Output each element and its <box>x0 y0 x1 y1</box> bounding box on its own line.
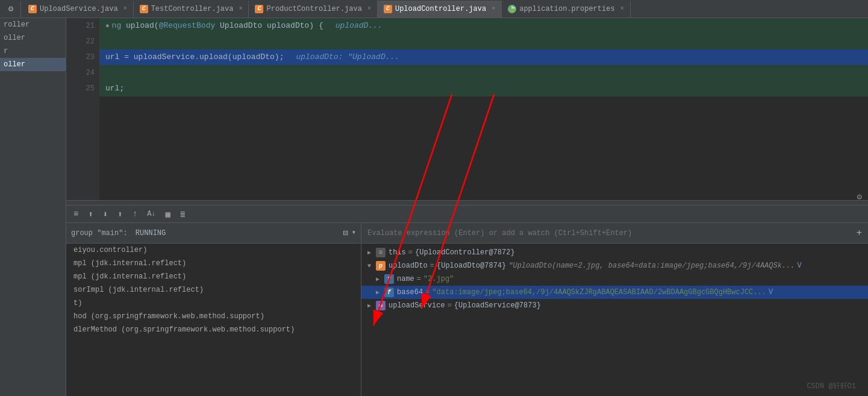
badge-name: f <box>384 274 394 284</box>
expand-icon-uploaddto[interactable]: ▼ <box>367 263 376 269</box>
debug-callstack-item-1[interactable]: eiyou.controller) <box>66 244 361 257</box>
tab-close-product-controller[interactable]: × <box>367 5 371 12</box>
tab-close-test-controller[interactable]: × <box>239 5 242 12</box>
line-numbers: 21 22 23 24 25 <box>66 18 99 200</box>
debug-callstack-list[interactable]: eiyou.controller) mpl (jdk.internal.refl… <box>66 244 361 396</box>
toolbar-btn-menu[interactable]: ≡ <box>71 208 81 220</box>
editor-container: ▲ 1 ▲ 1 ∧ 21 22 23 24 25 <box>66 18 868 396</box>
dropdown-icon[interactable]: ▾ <box>352 228 356 238</box>
sidebar-item-2[interactable]: oller <box>0 31 66 45</box>
toolbar-btn-arrow-up[interactable]: ↑ <box>130 208 140 220</box>
eval-bar: + <box>361 223 868 244</box>
var-v-base64[interactable]: V <box>769 288 773 297</box>
eval-input[interactable] <box>367 229 851 237</box>
tab-application-properties[interactable]: 🍃 application.properties × <box>502 1 630 17</box>
gear-icon-bottom[interactable]: ⚙ <box>857 192 862 202</box>
tab-label-application-properties: application.properties <box>519 5 614 13</box>
var-item-name[interactable]: ▶ f name = "2.jpg" <box>361 272 868 286</box>
sidebar: roller oller r oller <box>0 18 66 396</box>
expand-icon-name[interactable]: ▶ <box>376 275 384 283</box>
var-value-name: "2.jpg" <box>423 275 454 283</box>
code-content[interactable]: ● ng upload( @RequestBody UploadDto uplo… <box>99 18 868 200</box>
tab-close-upload-controller[interactable]: × <box>492 5 495 12</box>
toolbar-btn-sort[interactable]: A↓ <box>145 209 158 219</box>
tab-label-product-controller: ProductController.java <box>266 5 361 13</box>
debug-callstack-item-6[interactable]: hod (org.springframework.web.method.supp… <box>66 310 361 323</box>
var-name-uploaddto: uploadDto <box>389 262 428 270</box>
debug-callstack-item-4[interactable]: sorImpl (jdk.internal.reflect) <box>66 283 361 297</box>
settings-icon[interactable]: ⚙ <box>2 1 19 17</box>
line-num-22: 22 <box>71 34 95 49</box>
var-value-base64: "data:image/jpeg;base64,/9j/4AAQSkZJRgAB… <box>432 288 766 297</box>
code-line-24 <box>99 65 868 81</box>
line-num-25: 25 <box>71 81 95 96</box>
expand-icon-uploadservice[interactable]: ▶ <box>367 302 376 309</box>
tab-bar: ⚙ C UploadService.java × C TestControlle… <box>0 0 868 18</box>
code-area: ▲ 1 ▲ 1 ∧ 21 22 23 24 25 <box>66 18 868 205</box>
var-value-uploadservice: {UploadService@7873} <box>454 301 541 310</box>
code-line-22 <box>99 34 868 49</box>
code-line-25: url; <box>99 81 868 96</box>
sidebar-item-3[interactable]: r <box>0 45 66 58</box>
toolbar-btn-up2[interactable]: ⬆ <box>115 208 125 221</box>
toolbar: ≡ ⬆ ⬇ ⬆ ↑ A↓ ▦ ≣ <box>66 205 868 223</box>
badge-uploadservice: ∞ <box>376 301 386 310</box>
var-value-this: {UploadController@7872} <box>415 248 515 257</box>
toolbar-btn-lines[interactable]: ≣ <box>178 208 187 221</box>
tab-icon-props: 🍃 <box>508 5 516 13</box>
debug-right: + ▶ ≡ this = {UploadController@7872} <box>361 223 868 396</box>
tab-label-upload-service: UploadService.java <box>40 5 118 13</box>
badge-base64: f <box>384 288 394 297</box>
tab-upload-controller[interactable]: C UploadController.java × <box>378 1 502 17</box>
var-hint-uploaddto: "UploadDto(name=2.jpg, base64=data:image… <box>508 262 795 270</box>
badge-uploaddto: p <box>376 261 386 271</box>
tab-separator <box>20 1 21 17</box>
tab-product-controller[interactable]: C ProductController.java × <box>249 1 377 17</box>
var-eq-uploadservice: = <box>448 301 452 310</box>
var-eq-base64: = <box>425 288 429 297</box>
var-item-uploadservice[interactable]: ▶ ∞ uploadService = {UploadService@7873} <box>361 299 868 312</box>
line-num-23: 23 <box>71 49 95 65</box>
tab-icon-java-3: C <box>255 5 263 13</box>
var-v-uploaddto[interactable]: V <box>798 262 802 270</box>
tab-close-upload-service[interactable]: × <box>123 5 127 12</box>
var-name-uploadservice: uploadService <box>389 301 445 310</box>
debug-callstack-item-7[interactable]: dlerMethod (org.springframework.web.meth… <box>66 323 361 336</box>
var-name-this: this <box>389 248 406 257</box>
var-name-name: name <box>397 275 414 283</box>
expand-icon-base64[interactable]: ▶ <box>376 289 384 296</box>
tab-label-test-controller: TestController.java <box>151 5 234 13</box>
tab-icon-java: C <box>28 5 37 13</box>
debug-callstack-item-5[interactable]: t) <box>66 297 361 310</box>
var-item-uploaddto[interactable]: ▼ p uploadDto = {UploadDto@7874} "Upload… <box>361 259 868 272</box>
main-area: roller oller r oller ▲ 1 ▲ 1 <box>0 18 868 396</box>
toolbar-btn-grid[interactable]: ▦ <box>163 208 173 221</box>
debug-callstack-item-2[interactable]: mpl (jdk.internal.reflect) <box>66 257 361 270</box>
debug-callstack-item-3[interactable]: mpl (jdk.internal.reflect) <box>66 270 361 283</box>
toolbar-btn-down[interactable]: ⬇ <box>101 208 110 221</box>
sidebar-item-1[interactable]: roller <box>0 18 66 31</box>
plus-icon[interactable]: + <box>856 228 862 239</box>
debug-group-label: group "main": <box>71 229 132 237</box>
toolbar-btn-up1[interactable]: ⬆ <box>86 208 95 221</box>
var-item-base64[interactable]: ▶ f base64 = "data:image/jpeg;base64,/9j… <box>361 286 868 299</box>
tab-test-controller[interactable]: C TestController.java × <box>134 1 249 17</box>
sidebar-item-4[interactable]: oller <box>0 58 66 71</box>
code-line-21: ● ng upload( @RequestBody UploadDto uplo… <box>99 18 868 34</box>
tab-label-upload-controller: UploadController.java <box>395 5 486 13</box>
code-line-23: url = uploadService.upload(uploadDto); u… <box>99 49 868 65</box>
debug-panel: group "main": RUNNING ⊟ ▾ eiyou.controll… <box>66 223 868 396</box>
filter-icon[interactable]: ⊟ <box>343 228 348 238</box>
code-lines: 21 22 23 24 25 ● ng upload( @Reques <box>66 18 868 200</box>
tab-icon-java-4: C <box>384 5 392 13</box>
tab-close-application-properties[interactable]: × <box>620 5 624 12</box>
var-value-uploaddto: {UploadDto@7874} <box>437 262 506 270</box>
expand-icon-this[interactable]: ▶ <box>367 249 376 256</box>
var-item-this[interactable]: ▶ ≡ this = {UploadController@7872} <box>361 246 868 259</box>
tab-upload-service[interactable]: C UploadService.java × <box>22 1 134 17</box>
line-num-24: 24 <box>71 65 95 81</box>
scrollbar-area[interactable] <box>66 200 868 205</box>
line-num-21: 21 <box>71 18 95 34</box>
var-eq-name: = <box>417 275 421 283</box>
var-eq-uploaddto: = <box>430 262 434 270</box>
